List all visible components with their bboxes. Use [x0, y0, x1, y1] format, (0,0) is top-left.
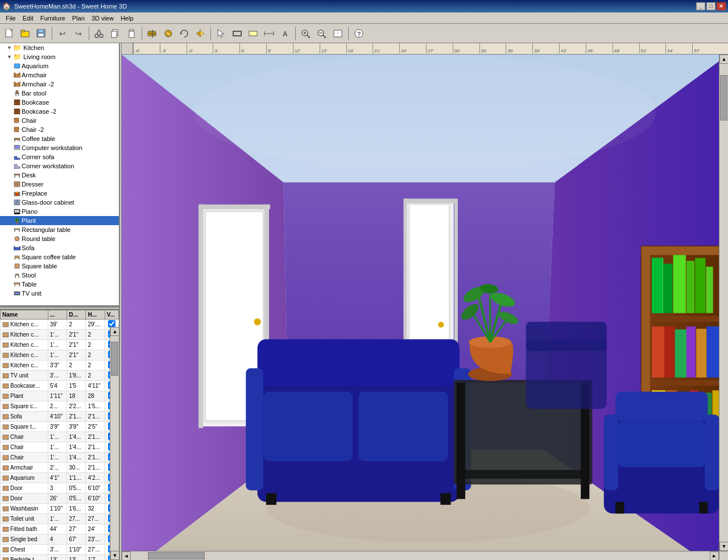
furniture-tree[interactable]: ▼ 📁 Kitchen ▼ 📁 Living room Aquarium Arm…: [0, 43, 119, 306]
tree-item-square-table[interactable]: Square table: [0, 262, 119, 271]
tree-item-rectangular-table[interactable]: Rectangular table: [0, 225, 119, 234]
canvas-hthumb[interactable]: [148, 552, 205, 559]
col-h[interactable]: H...: [86, 310, 105, 320]
canvas-vtrack[interactable]: [719, 64, 728, 542]
3d-canvas[interactable]: ▲ ▼ ◄ ►: [122, 55, 728, 560]
table-row[interactable]: Single bed467'23'...: [1, 534, 119, 545]
copy-button[interactable]: [108, 26, 123, 41]
menu-file[interactable]: File: [2, 14, 19, 23]
canvas-scroll-down[interactable]: ▼: [719, 542, 728, 551]
canvas-scroll-up[interactable]: ▲: [719, 55, 728, 64]
table-row[interactable]: Door26'0'5...6'10": [1, 493, 119, 504]
tree-item-corner-sofa[interactable]: Corner sofa: [0, 152, 119, 161]
text-tool[interactable]: A: [278, 26, 292, 41]
tree-item-kitchen[interactable]: ▼ 📁 Kitchen: [0, 43, 119, 52]
scroll-track[interactable]: [110, 336, 119, 551]
canvas-vthumb[interactable]: [720, 75, 727, 121]
canvas-vscrollbar[interactable]: ▲ ▼: [719, 55, 728, 551]
table-row[interactable]: Toilet unit1'...27...27...: [1, 514, 119, 524]
tree-item-aquarium[interactable]: Aquarium: [0, 61, 119, 70]
table-row[interactable]: Bookcase...5'41'54'11": [1, 381, 119, 391]
table-row[interactable]: Fitted bath44'27'24': [1, 524, 119, 534]
tree-item-sofa[interactable]: Sofa: [0, 243, 119, 252]
undo-button[interactable]: ↩: [55, 26, 70, 41]
paste-button[interactable]: [124, 26, 139, 41]
new-button[interactable]: [2, 26, 17, 41]
canvas-scroll-left[interactable]: ◄: [122, 551, 131, 560]
plan-view-button[interactable]: [330, 26, 345, 41]
table-row[interactable]: Chest3'...1'10"27'...: [1, 545, 119, 555]
tree-item-round-table[interactable]: Round table: [0, 234, 119, 243]
tree-item-desk[interactable]: Desk: [0, 171, 119, 180]
create-walls-tool[interactable]: [230, 26, 245, 41]
menu-help[interactable]: Help: [117, 14, 137, 23]
table-row[interactable]: Kitchen c...3'3"22: [1, 360, 119, 371]
tree-item-coffee-table[interactable]: Coffee table: [0, 134, 119, 143]
menu-3dview[interactable]: 3D view: [88, 14, 117, 23]
table-row[interactable]: Aquarium4'1"1'1...4'2...: [1, 473, 119, 483]
table-row[interactable]: Chair1'...1'4...2'1...: [1, 453, 119, 463]
maximize-button[interactable]: □: [706, 2, 715, 10]
tree-item-glass-door-cabinet[interactable]: Glass-door cabinet: [0, 198, 119, 207]
tree-item-chair[interactable]: Chair: [0, 116, 119, 125]
zoom-out-button[interactable]: [315, 26, 329, 41]
table-row[interactable]: Kitchen c...39'229'...: [1, 320, 119, 330]
tree-item-square-coffee-table[interactable]: Square coffee table: [0, 252, 119, 262]
table-row[interactable]: Chair1'...1'4...2'1...: [1, 442, 119, 453]
col-d2[interactable]: D...: [67, 310, 86, 320]
minimize-button[interactable]: _: [696, 2, 705, 10]
scroll-up[interactable]: ▲: [110, 327, 119, 336]
help-button[interactable]: ?: [351, 26, 366, 41]
table-row[interactable]: Kitchen c...1'...2'1"2: [1, 340, 119, 350]
tree-item-bookcase-2[interactable]: Bookcase -2: [0, 107, 119, 116]
rotate-button[interactable]: [177, 26, 192, 41]
table-row[interactable]: Bedside t...13'13'1'7...: [1, 555, 119, 561]
table-row[interactable]: Square c...2...2'2...1'5...: [1, 401, 119, 412]
open-button[interactable]: [18, 26, 33, 41]
canvas-hscrollbar[interactable]: ◄ ►: [122, 551, 719, 560]
menu-furniture[interactable]: Furniture: [37, 14, 69, 23]
tree-item-corner-workstation[interactable]: Corner workstation: [0, 161, 119, 171]
tree-item-chair-2[interactable]: Chair -2: [0, 125, 119, 134]
dimension-tool[interactable]: [262, 26, 276, 41]
tree-item-bookcase[interactable]: Bookcase: [0, 98, 119, 107]
col-name[interactable]: Name: [1, 310, 48, 320]
scroll-thumb[interactable]: [111, 342, 118, 376]
canvas-htrack[interactable]: [131, 551, 710, 560]
tree-item-bar-stool[interactable]: Bar stool: [0, 89, 119, 98]
tree-item-table[interactable]: Table: [0, 280, 119, 289]
table-row[interactable]: Door30'5...6'10": [1, 483, 119, 493]
tree-item-plant[interactable]: Plant: [0, 216, 119, 225]
table-row[interactable]: TV unit3'...1'8...2: [1, 371, 119, 381]
menu-edit[interactable]: Edit: [19, 14, 37, 23]
modify-furniture-button[interactable]: ✎: [161, 26, 176, 41]
cut-button[interactable]: [92, 26, 107, 41]
redo-button[interactable]: ↪: [71, 26, 86, 41]
tree-item-living-room[interactable]: ▼ 📁 Living room: [0, 52, 119, 61]
table-row[interactable]: Armchair2'...30...2'1...: [1, 463, 119, 473]
create-room-tool[interactable]: [246, 26, 260, 41]
close-button[interactable]: ✕: [717, 2, 726, 10]
tree-item-stool[interactable]: Stool: [0, 271, 119, 280]
table-row[interactable]: Washbasin1'10"1'6...32: [1, 504, 119, 514]
mirror-button[interactable]: [193, 26, 208, 41]
tree-item-tv-unit[interactable]: TV unit: [0, 289, 119, 298]
tree-item-fireplace[interactable]: Fireplace: [0, 189, 119, 198]
tree-item-armchair-2[interactable]: Armchair -2: [0, 80, 119, 89]
add-furniture-button[interactable]: [145, 26, 160, 41]
table-row[interactable]: Sofa4'10"2'1...2'1...: [1, 412, 119, 422]
tree-item-computer-workstation[interactable]: Computer workstation: [0, 143, 119, 152]
table-row[interactable]: Chair1'...1'4...2'1...: [1, 432, 119, 442]
tree-item-dresser[interactable]: Dresser: [0, 180, 119, 189]
menu-plan[interactable]: Plan: [69, 14, 88, 23]
table-row[interactable]: Kitchen c...1'...2'1"2: [1, 350, 119, 360]
right-scrollbar[interactable]: ▲ ▼: [110, 327, 119, 560]
select-tool[interactable]: [214, 26, 229, 41]
table-row[interactable]: Square t...3'9"3'9"2'5": [1, 422, 119, 432]
tree-item-piano[interactable]: Piano: [0, 207, 119, 216]
tree-item-armchair[interactable]: Armchair: [0, 70, 119, 80]
canvas-scroll-right[interactable]: ►: [710, 551, 719, 560]
col-d1[interactable]: ...: [48, 310, 67, 320]
table-row[interactable]: Plant1'11"1828: [1, 391, 119, 401]
zoom-in-button[interactable]: [299, 26, 313, 41]
